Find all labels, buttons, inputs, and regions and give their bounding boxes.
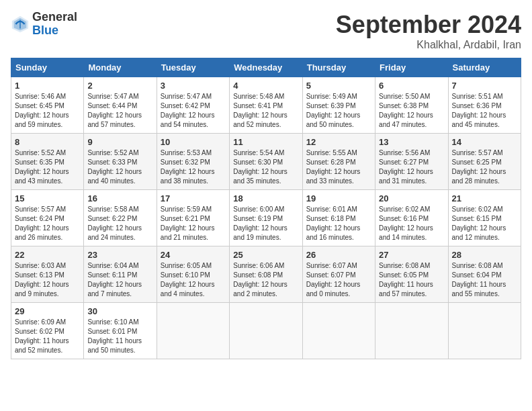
day-number: 28: [452, 250, 517, 260]
day-number: 17: [161, 193, 226, 203]
day-number: 21: [452, 193, 517, 203]
day-number: 13: [379, 137, 444, 147]
day-info: Sunrise: 5:54 AMSunset: 6:30 PMDaylight:…: [233, 149, 287, 185]
calendar-cell: 17 Sunrise: 5:59 AMSunset: 6:21 PMDaylig…: [157, 190, 229, 246]
day-number: 24: [161, 250, 226, 260]
logo-blue-text: Blue: [32, 24, 58, 37]
calendar-cell: 28 Sunrise: 6:08 AMSunset: 6:04 PMDaylig…: [448, 246, 521, 303]
day-number: 1: [15, 81, 80, 91]
day-info: Sunrise: 6:06 AMSunset: 6:08 PMDaylight:…: [233, 262, 287, 298]
day-info: Sunrise: 5:47 AMSunset: 6:44 PMDaylight:…: [87, 93, 142, 128]
calendar-week-row: 22 Sunrise: 6:03 AMSunset: 6:13 PMDaylig…: [11, 246, 521, 303]
page-header: General Blue September 2024 Khalkhal, Ar…: [11, 11, 521, 51]
day-number: 10: [161, 137, 226, 147]
location-subtitle: Khalkhal, Ardabil, Iran: [336, 39, 521, 51]
calendar-cell: [448, 303, 521, 359]
day-info: Sunrise: 6:08 AMSunset: 6:05 PMDaylight:…: [379, 262, 433, 298]
day-number: 20: [379, 193, 444, 203]
calendar-cell: 21 Sunrise: 6:02 AMSunset: 6:15 PMDaylig…: [448, 190, 521, 246]
calendar-cell: 15 Sunrise: 5:57 AMSunset: 6:24 PMDaylig…: [11, 190, 84, 246]
day-info: Sunrise: 6:04 AMSunset: 6:11 PMDaylight:…: [87, 262, 142, 298]
day-info: Sunrise: 5:59 AMSunset: 6:21 PMDaylight:…: [161, 205, 215, 241]
day-number: 30: [87, 306, 152, 316]
calendar-cell: 22 Sunrise: 6:03 AMSunset: 6:13 PMDaylig…: [11, 246, 84, 303]
day-number: 29: [15, 306, 80, 316]
logo: General Blue: [11, 11, 77, 38]
calendar-week-row: 29 Sunrise: 6:09 AMSunset: 6:02 PMDaylig…: [11, 303, 521, 359]
calendar-cell: 26 Sunrise: 6:07 AMSunset: 6:07 PMDaylig…: [302, 246, 375, 303]
day-number: 27: [379, 250, 444, 260]
day-number: 18: [233, 193, 298, 203]
day-info: Sunrise: 6:07 AMSunset: 6:07 PMDaylight:…: [306, 262, 361, 298]
header-tuesday: Tuesday: [157, 58, 229, 77]
day-info: Sunrise: 6:09 AMSunset: 6:02 PMDaylight:…: [15, 318, 69, 354]
calendar-cell: 4 Sunrise: 5:48 AMSunset: 6:41 PMDayligh…: [230, 77, 302, 134]
day-info: Sunrise: 5:56 AMSunset: 6:27 PMDaylight:…: [379, 149, 433, 185]
day-info: Sunrise: 5:55 AMSunset: 6:28 PMDaylight:…: [306, 149, 361, 185]
header-friday: Friday: [375, 58, 448, 77]
day-info: Sunrise: 5:51 AMSunset: 6:36 PMDaylight:…: [452, 93, 506, 128]
calendar-cell: 9 Sunrise: 5:52 AMSunset: 6:33 PMDayligh…: [84, 134, 157, 190]
day-number: 14: [452, 137, 517, 147]
day-number: 5: [306, 81, 371, 91]
header-thursday: Thursday: [302, 58, 375, 77]
calendar-table: Sunday Monday Tuesday Wednesday Thursday…: [11, 58, 521, 359]
calendar-cell: 14 Sunrise: 5:57 AMSunset: 6:25 PMDaylig…: [448, 134, 521, 190]
day-info: Sunrise: 5:58 AMSunset: 6:22 PMDaylight:…: [87, 205, 142, 241]
calendar-cell: 19 Sunrise: 6:01 AMSunset: 6:18 PMDaylig…: [302, 190, 375, 246]
calendar-cell: 10 Sunrise: 5:53 AMSunset: 6:32 PMDaylig…: [157, 134, 229, 190]
calendar-cell: 30 Sunrise: 6:10 AMSunset: 6:01 PMDaylig…: [84, 303, 157, 359]
day-number: 4: [233, 81, 298, 91]
month-title: September 2024: [336, 11, 521, 39]
calendar-cell: 23 Sunrise: 6:04 AMSunset: 6:11 PMDaylig…: [84, 246, 157, 303]
calendar-cell: [230, 303, 302, 359]
day-info: Sunrise: 5:52 AMSunset: 6:35 PMDaylight:…: [15, 149, 69, 185]
day-number: 2: [87, 81, 152, 91]
calendar-cell: 25 Sunrise: 6:06 AMSunset: 6:08 PMDaylig…: [230, 246, 302, 303]
day-number: 25: [233, 250, 298, 260]
day-info: Sunrise: 5:57 AMSunset: 6:25 PMDaylight:…: [452, 149, 506, 185]
day-info: Sunrise: 6:00 AMSunset: 6:19 PMDaylight:…: [233, 205, 287, 241]
header-wednesday: Wednesday: [230, 58, 302, 77]
calendar-cell: [375, 303, 448, 359]
day-number: 7: [452, 81, 517, 91]
calendar-cell: 8 Sunrise: 5:52 AMSunset: 6:35 PMDayligh…: [11, 134, 84, 190]
day-info: Sunrise: 5:50 AMSunset: 6:38 PMDaylight:…: [379, 93, 433, 128]
title-area: September 2024 Khalkhal, Ardabil, Iran: [336, 11, 521, 51]
calendar-cell: 7 Sunrise: 5:51 AMSunset: 6:36 PMDayligh…: [448, 77, 521, 134]
calendar-cell: 16 Sunrise: 5:58 AMSunset: 6:22 PMDaylig…: [84, 190, 157, 246]
day-info: Sunrise: 6:08 AMSunset: 6:04 PMDaylight:…: [452, 262, 506, 298]
calendar-week-row: 1 Sunrise: 5:46 AMSunset: 6:45 PMDayligh…: [11, 77, 521, 134]
day-number: 9: [87, 137, 152, 147]
day-number: 11: [233, 137, 298, 147]
day-number: 12: [306, 137, 371, 147]
day-number: 22: [15, 250, 80, 260]
calendar-cell: 29 Sunrise: 6:09 AMSunset: 6:02 PMDaylig…: [11, 303, 84, 359]
calendar-week-row: 8 Sunrise: 5:52 AMSunset: 6:35 PMDayligh…: [11, 134, 521, 190]
day-info: Sunrise: 6:01 AMSunset: 6:18 PMDaylight:…: [306, 205, 361, 241]
calendar-cell: 3 Sunrise: 5:47 AMSunset: 6:42 PMDayligh…: [157, 77, 229, 134]
day-info: Sunrise: 5:52 AMSunset: 6:33 PMDaylight:…: [87, 149, 142, 185]
day-number: 26: [306, 250, 371, 260]
calendar-cell: [157, 303, 229, 359]
calendar-cell: 6 Sunrise: 5:50 AMSunset: 6:38 PMDayligh…: [375, 77, 448, 134]
header-monday: Monday: [84, 58, 157, 77]
day-number: 23: [87, 250, 152, 260]
day-number: 15: [15, 193, 80, 203]
day-number: 8: [15, 137, 80, 147]
logo-text: General Blue: [32, 11, 77, 38]
day-info: Sunrise: 5:53 AMSunset: 6:32 PMDaylight:…: [161, 149, 215, 185]
calendar-cell: 18 Sunrise: 6:00 AMSunset: 6:19 PMDaylig…: [230, 190, 302, 246]
calendar-cell: [302, 303, 375, 359]
calendar-cell: 24 Sunrise: 6:05 AMSunset: 6:10 PMDaylig…: [157, 246, 229, 303]
calendar-cell: 13 Sunrise: 5:56 AMSunset: 6:27 PMDaylig…: [375, 134, 448, 190]
header-saturday: Saturday: [448, 58, 521, 77]
calendar-cell: 20 Sunrise: 6:02 AMSunset: 6:16 PMDaylig…: [375, 190, 448, 246]
day-number: 16: [87, 193, 152, 203]
day-info: Sunrise: 6:03 AMSunset: 6:13 PMDaylight:…: [15, 262, 69, 298]
calendar-header-row: Sunday Monday Tuesday Wednesday Thursday…: [11, 58, 521, 77]
logo-icon: [11, 15, 30, 34]
calendar-cell: 2 Sunrise: 5:47 AMSunset: 6:44 PMDayligh…: [84, 77, 157, 134]
day-number: 19: [306, 193, 371, 203]
calendar-cell: 11 Sunrise: 5:54 AMSunset: 6:30 PMDaylig…: [230, 134, 302, 190]
